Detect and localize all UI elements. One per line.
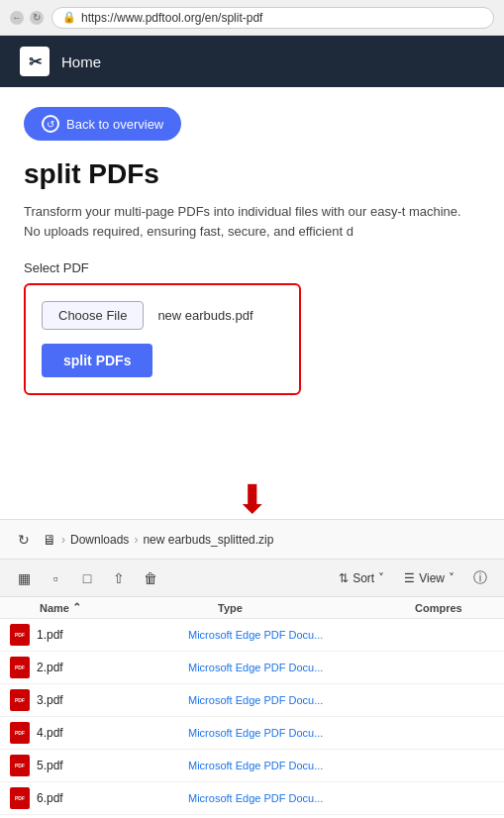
view-label: View — [419, 571, 445, 585]
view-chevron-icon: ˅ — [449, 571, 454, 585]
lock-icon: 🔒 — [62, 11, 76, 24]
file-list: 1.pdf Microsoft Edge PDF Docu... 2.pdf M… — [0, 619, 504, 818]
file-explorer: ↻ 🖥 › Downloads › new earbuds_splitted.z… — [0, 519, 504, 818]
site-home-link[interactable]: Home — [61, 53, 101, 70]
col-header-type: Type — [218, 601, 415, 614]
pdf-icon — [10, 755, 30, 776]
pdf-icon — [10, 722, 30, 744]
file-name-cell: 6.pdf — [10, 787, 188, 809]
file-row[interactable]: 2.pdf Microsoft Edge PDF Docu... — [0, 652, 504, 684]
file-row[interactable]: 4.pdf Microsoft Edge PDF Docu... — [0, 717, 504, 750]
view-button[interactable]: ☰ View ˅ — [396, 567, 462, 589]
share-icon[interactable]: ⇧ — [105, 564, 133, 592]
file-input-row: Choose File new earbuds.pdf — [42, 301, 283, 330]
breadcrumb-downloads[interactable]: Downloads — [70, 533, 129, 547]
main-content: ↺ Back to overview split PDFs Transform … — [0, 87, 504, 463]
file-name-text: 5.pdf — [37, 759, 63, 772]
explorer-breadcrumb: ↻ 🖥 › Downloads › new earbuds_splitted.z… — [0, 520, 504, 560]
select-label: Select PDF — [24, 260, 480, 275]
col-header-compress: Compres — [415, 601, 494, 614]
split-pdfs-button[interactable]: split PDFs — [42, 344, 152, 377]
file-section: Choose File new earbuds.pdf split PDFs — [24, 283, 301, 395]
sort-chevron-icon: ˅ — [378, 571, 384, 585]
browser-controls: ← ↻ — [10, 11, 44, 25]
file-name-text: 4.pdf — [37, 726, 63, 740]
browser-forward-button[interactable]: ↻ — [30, 11, 44, 25]
copy-icon[interactable]: ▦ — [10, 564, 38, 592]
breadcrumb-sep-2: › — [134, 533, 138, 547]
sort-icon: ⇅ — [339, 571, 349, 585]
sort-label: Sort — [353, 571, 374, 585]
pdf-icon — [10, 787, 30, 809]
file-name-text: 1.pdf — [37, 628, 63, 642]
back-icon: ↺ — [42, 115, 59, 133]
file-type-cell: Microsoft Edge PDF Docu... — [188, 694, 415, 706]
file-row[interactable]: 3.pdf Microsoft Edge PDF Docu... — [0, 684, 504, 717]
choose-file-button[interactable]: Choose File — [42, 301, 144, 330]
breadcrumb-sep-1: › — [61, 533, 65, 547]
file-name-cell: 1.pdf — [10, 624, 188, 646]
browser-back-button[interactable]: ← — [10, 11, 24, 25]
refresh-icon[interactable]: ↻ — [10, 526, 38, 554]
file-row[interactable]: 5.pdf Microsoft Edge PDF Docu... — [0, 750, 504, 782]
sort-button[interactable]: ⇅ Sort ˅ — [331, 567, 392, 589]
back-button-label: Back to overview — [66, 117, 163, 132]
file-type-cell: Microsoft Edge PDF Docu... — [188, 727, 415, 739]
site-header: ✂ Home — [0, 36, 504, 87]
explorer-toolbar: ▦ ▫ □ ⇧ 🗑 ⇅ Sort ˅ ☰ View ˅ ⓘ — [0, 560, 504, 597]
file-type-cell: Microsoft Edge PDF Docu... — [188, 662, 415, 673]
pdf-icon — [10, 689, 30, 711]
pdf-icon — [10, 624, 30, 646]
url-text: https://www.pdftool.org/en/split-pdf — [81, 11, 262, 25]
down-arrow-icon: ⬇ — [236, 479, 269, 519]
col-header-name: Name ⌃ — [40, 601, 218, 614]
arrow-section: ⬇ — [0, 463, 504, 519]
file-name-cell: 2.pdf — [10, 657, 188, 678]
file-row[interactable]: 6.pdf Microsoft Edge PDF Docu... — [0, 782, 504, 815]
file-type-cell: Microsoft Edge PDF Docu... — [188, 629, 415, 641]
cut-icon[interactable]: ▫ — [42, 564, 69, 592]
delete-icon[interactable]: 🗑 — [137, 564, 164, 592]
file-name-text: 3.pdf — [37, 693, 63, 707]
browser-bar: ← ↻ 🔒 https://www.pdftool.org/en/split-p… — [0, 0, 504, 36]
page-description: Transform your multi-page PDFs into indi… — [24, 202, 480, 241]
file-name-text: 2.pdf — [37, 661, 63, 674]
file-list-header: Name ⌃ Type Compres — [0, 597, 504, 619]
site-logo: ✂ — [20, 47, 50, 76]
back-to-overview-button[interactable]: ↺ Back to overview — [24, 107, 181, 141]
address-bar[interactable]: 🔒 https://www.pdftool.org/en/split-pdf — [51, 7, 494, 29]
pdf-icon — [10, 657, 30, 678]
file-type-cell: Microsoft Edge PDF Docu... — [188, 792, 415, 804]
page-title: split PDFs — [24, 158, 480, 190]
monitor-icon: 🖥 — [43, 532, 56, 548]
breadcrumb-zip: new earbuds_splitted.zip — [143, 533, 273, 547]
file-name-text: 6.pdf — [37, 791, 63, 805]
view-icon: ☰ — [404, 571, 415, 585]
file-row[interactable]: 1.pdf Microsoft Edge PDF Docu... — [0, 619, 504, 652]
info-icon[interactable]: ⓘ — [466, 564, 494, 592]
selected-file-name: new earbuds.pdf — [157, 308, 252, 323]
file-type-cell: Microsoft Edge PDF Docu... — [188, 760, 415, 771]
file-name-cell: 4.pdf — [10, 722, 188, 744]
file-name-cell: 5.pdf — [10, 755, 188, 776]
file-name-cell: 3.pdf — [10, 689, 188, 711]
paste-icon[interactable]: □ — [73, 564, 101, 592]
sort-up-icon: ⌃ — [72, 601, 81, 614]
